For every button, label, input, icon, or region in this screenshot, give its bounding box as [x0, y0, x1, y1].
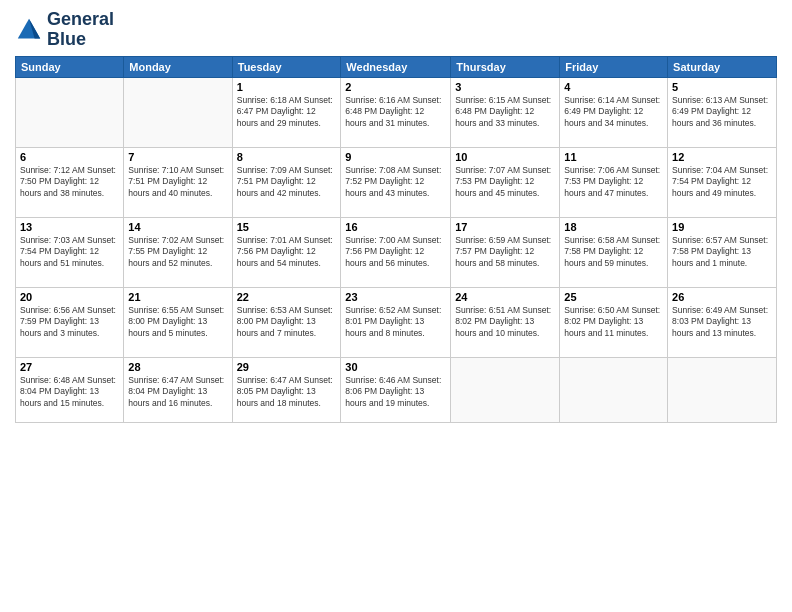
calendar-day-cell: 25Sunrise: 6:50 AM Sunset: 8:02 PM Dayli…: [560, 287, 668, 357]
calendar-day-cell: 24Sunrise: 6:51 AM Sunset: 8:02 PM Dayli…: [451, 287, 560, 357]
weekday-header-wednesday: Wednesday: [341, 56, 451, 77]
day-number: 20: [20, 291, 119, 303]
day-number: 14: [128, 221, 227, 233]
logo: General Blue: [15, 10, 114, 50]
calendar-week-row: 27Sunrise: 6:48 AM Sunset: 8:04 PM Dayli…: [16, 357, 777, 422]
day-info: Sunrise: 6:14 AM Sunset: 6:49 PM Dayligh…: [564, 95, 663, 129]
calendar-day-cell: 16Sunrise: 7:00 AM Sunset: 7:56 PM Dayli…: [341, 217, 451, 287]
day-info: Sunrise: 6:50 AM Sunset: 8:02 PM Dayligh…: [564, 305, 663, 339]
calendar-day-cell: 29Sunrise: 6:47 AM Sunset: 8:05 PM Dayli…: [232, 357, 341, 422]
day-info: Sunrise: 7:06 AM Sunset: 7:53 PM Dayligh…: [564, 165, 663, 199]
day-number: 22: [237, 291, 337, 303]
day-number: 11: [564, 151, 663, 163]
weekday-header-thursday: Thursday: [451, 56, 560, 77]
day-number: 25: [564, 291, 663, 303]
page: General Blue SundayMondayTuesdayWednesda…: [0, 0, 792, 612]
day-info: Sunrise: 6:46 AM Sunset: 8:06 PM Dayligh…: [345, 375, 446, 409]
calendar-week-row: 13Sunrise: 7:03 AM Sunset: 7:54 PM Dayli…: [16, 217, 777, 287]
day-number: 24: [455, 291, 555, 303]
day-info: Sunrise: 7:09 AM Sunset: 7:51 PM Dayligh…: [237, 165, 337, 199]
day-number: 21: [128, 291, 227, 303]
day-info: Sunrise: 6:16 AM Sunset: 6:48 PM Dayligh…: [345, 95, 446, 129]
calendar-day-cell: [16, 77, 124, 147]
day-info: Sunrise: 7:02 AM Sunset: 7:55 PM Dayligh…: [128, 235, 227, 269]
calendar-day-cell: 4Sunrise: 6:14 AM Sunset: 6:49 PM Daylig…: [560, 77, 668, 147]
calendar-day-cell: [668, 357, 777, 422]
calendar-day-cell: [124, 77, 232, 147]
calendar-day-cell: [451, 357, 560, 422]
day-info: Sunrise: 6:47 AM Sunset: 8:04 PM Dayligh…: [128, 375, 227, 409]
day-number: 7: [128, 151, 227, 163]
day-number: 17: [455, 221, 555, 233]
day-number: 23: [345, 291, 446, 303]
day-info: Sunrise: 7:12 AM Sunset: 7:50 PM Dayligh…: [20, 165, 119, 199]
day-info: Sunrise: 6:47 AM Sunset: 8:05 PM Dayligh…: [237, 375, 337, 409]
calendar-day-cell: 30Sunrise: 6:46 AM Sunset: 8:06 PM Dayli…: [341, 357, 451, 422]
calendar-day-cell: 6Sunrise: 7:12 AM Sunset: 7:50 PM Daylig…: [16, 147, 124, 217]
weekday-header-tuesday: Tuesday: [232, 56, 341, 77]
day-number: 5: [672, 81, 772, 93]
day-info: Sunrise: 6:13 AM Sunset: 6:49 PM Dayligh…: [672, 95, 772, 129]
calendar-day-cell: 11Sunrise: 7:06 AM Sunset: 7:53 PM Dayli…: [560, 147, 668, 217]
day-number: 19: [672, 221, 772, 233]
calendar-day-cell: 22Sunrise: 6:53 AM Sunset: 8:00 PM Dayli…: [232, 287, 341, 357]
calendar-table: SundayMondayTuesdayWednesdayThursdayFrid…: [15, 56, 777, 423]
calendar-day-cell: 26Sunrise: 6:49 AM Sunset: 8:03 PM Dayli…: [668, 287, 777, 357]
day-number: 8: [237, 151, 337, 163]
day-info: Sunrise: 6:51 AM Sunset: 8:02 PM Dayligh…: [455, 305, 555, 339]
calendar-day-cell: [560, 357, 668, 422]
day-info: Sunrise: 6:56 AM Sunset: 7:59 PM Dayligh…: [20, 305, 119, 339]
calendar-week-row: 1Sunrise: 6:18 AM Sunset: 6:47 PM Daylig…: [16, 77, 777, 147]
day-number: 4: [564, 81, 663, 93]
day-number: 10: [455, 151, 555, 163]
day-number: 28: [128, 361, 227, 373]
calendar-day-cell: 8Sunrise: 7:09 AM Sunset: 7:51 PM Daylig…: [232, 147, 341, 217]
day-info: Sunrise: 7:04 AM Sunset: 7:54 PM Dayligh…: [672, 165, 772, 199]
day-info: Sunrise: 6:18 AM Sunset: 6:47 PM Dayligh…: [237, 95, 337, 129]
day-number: 26: [672, 291, 772, 303]
day-info: Sunrise: 6:15 AM Sunset: 6:48 PM Dayligh…: [455, 95, 555, 129]
weekday-header-sunday: Sunday: [16, 56, 124, 77]
logo-icon: [15, 16, 43, 44]
day-number: 15: [237, 221, 337, 233]
calendar-day-cell: 27Sunrise: 6:48 AM Sunset: 8:04 PM Dayli…: [16, 357, 124, 422]
day-info: Sunrise: 6:53 AM Sunset: 8:00 PM Dayligh…: [237, 305, 337, 339]
calendar-day-cell: 5Sunrise: 6:13 AM Sunset: 6:49 PM Daylig…: [668, 77, 777, 147]
calendar-day-cell: 9Sunrise: 7:08 AM Sunset: 7:52 PM Daylig…: [341, 147, 451, 217]
weekday-header-monday: Monday: [124, 56, 232, 77]
day-info: Sunrise: 7:01 AM Sunset: 7:56 PM Dayligh…: [237, 235, 337, 269]
day-info: Sunrise: 6:55 AM Sunset: 8:00 PM Dayligh…: [128, 305, 227, 339]
calendar-week-row: 6Sunrise: 7:12 AM Sunset: 7:50 PM Daylig…: [16, 147, 777, 217]
day-number: 3: [455, 81, 555, 93]
day-info: Sunrise: 7:08 AM Sunset: 7:52 PM Dayligh…: [345, 165, 446, 199]
day-info: Sunrise: 6:48 AM Sunset: 8:04 PM Dayligh…: [20, 375, 119, 409]
calendar-day-cell: 20Sunrise: 6:56 AM Sunset: 7:59 PM Dayli…: [16, 287, 124, 357]
day-info: Sunrise: 7:07 AM Sunset: 7:53 PM Dayligh…: [455, 165, 555, 199]
day-number: 1: [237, 81, 337, 93]
day-info: Sunrise: 7:03 AM Sunset: 7:54 PM Dayligh…: [20, 235, 119, 269]
day-info: Sunrise: 7:00 AM Sunset: 7:56 PM Dayligh…: [345, 235, 446, 269]
day-number: 30: [345, 361, 446, 373]
logo-text: General Blue: [47, 10, 114, 50]
calendar-day-cell: 21Sunrise: 6:55 AM Sunset: 8:00 PM Dayli…: [124, 287, 232, 357]
calendar-week-row: 20Sunrise: 6:56 AM Sunset: 7:59 PM Dayli…: [16, 287, 777, 357]
day-number: 6: [20, 151, 119, 163]
day-info: Sunrise: 6:49 AM Sunset: 8:03 PM Dayligh…: [672, 305, 772, 339]
day-number: 12: [672, 151, 772, 163]
day-info: Sunrise: 6:52 AM Sunset: 8:01 PM Dayligh…: [345, 305, 446, 339]
day-number: 29: [237, 361, 337, 373]
day-number: 16: [345, 221, 446, 233]
day-info: Sunrise: 6:59 AM Sunset: 7:57 PM Dayligh…: [455, 235, 555, 269]
calendar-day-cell: 13Sunrise: 7:03 AM Sunset: 7:54 PM Dayli…: [16, 217, 124, 287]
calendar-day-cell: 28Sunrise: 6:47 AM Sunset: 8:04 PM Dayli…: [124, 357, 232, 422]
day-info: Sunrise: 6:57 AM Sunset: 7:58 PM Dayligh…: [672, 235, 772, 269]
day-info: Sunrise: 6:58 AM Sunset: 7:58 PM Dayligh…: [564, 235, 663, 269]
calendar-day-cell: 10Sunrise: 7:07 AM Sunset: 7:53 PM Dayli…: [451, 147, 560, 217]
day-number: 13: [20, 221, 119, 233]
calendar-day-cell: 12Sunrise: 7:04 AM Sunset: 7:54 PM Dayli…: [668, 147, 777, 217]
weekday-header-friday: Friday: [560, 56, 668, 77]
day-number: 2: [345, 81, 446, 93]
calendar-day-cell: 7Sunrise: 7:10 AM Sunset: 7:51 PM Daylig…: [124, 147, 232, 217]
calendar-day-cell: 17Sunrise: 6:59 AM Sunset: 7:57 PM Dayli…: [451, 217, 560, 287]
day-number: 9: [345, 151, 446, 163]
